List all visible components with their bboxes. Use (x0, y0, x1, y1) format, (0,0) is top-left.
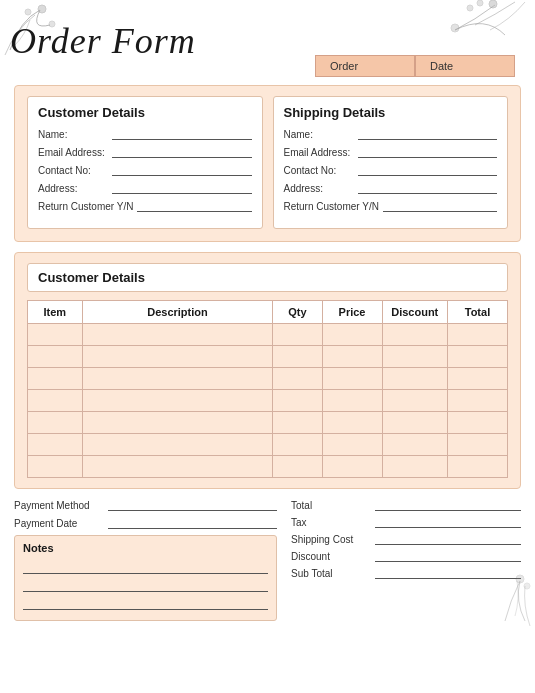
shipping-return-label: Return Customer Y/N (284, 201, 379, 212)
customer-address-line[interactable] (112, 182, 252, 194)
shipping-email-line[interactable] (358, 146, 498, 158)
customer-contact-row: Contact No: (38, 164, 252, 176)
floral-bottom-right-icon (475, 551, 535, 631)
shipping-cost-line[interactable] (375, 533, 521, 545)
shipping-cost-label: Shipping Cost (291, 534, 371, 545)
customer-contact-label: Contact No: (38, 165, 108, 176)
col-discount: Discount (382, 301, 447, 324)
tax-row: Tax (291, 516, 521, 528)
table-row[interactable] (28, 346, 508, 368)
col-total: Total (447, 301, 507, 324)
bottom-left: Payment Method Payment Date Notes (14, 499, 277, 621)
notes-line-3[interactable] (23, 596, 268, 610)
col-description: Description (82, 301, 273, 324)
payment-method-row: Payment Method (14, 499, 277, 511)
customer-name-line[interactable] (112, 128, 252, 140)
shipping-details-panel: Shipping Details Name: Email Address: Co… (273, 96, 509, 229)
shipping-contact-row: Contact No: (284, 164, 498, 176)
customer-details-panel: Customer Details Name: Email Address: Co… (27, 96, 263, 229)
bottom-right: Total Tax Shipping Cost Discount Sub Tot… (291, 499, 521, 621)
order-field[interactable]: Order (315, 55, 415, 77)
customer-name-row: Name: (38, 128, 252, 140)
total-row: Total (291, 499, 521, 511)
discount-label: Discount (291, 551, 371, 562)
svg-point-2 (25, 9, 31, 15)
customer-return-label: Return Customer Y/N (38, 201, 133, 212)
total-line[interactable] (375, 499, 521, 511)
table-row[interactable] (28, 456, 508, 478)
page-title: Order Form (10, 20, 196, 62)
order-section-title: Customer Details (27, 263, 508, 292)
shipping-name-row: Name: (284, 128, 498, 140)
shipping-email-label: Email Address: (284, 147, 354, 158)
shipping-contact-label: Contact No: (284, 165, 354, 176)
header: Order Form Order Date (0, 0, 535, 85)
svg-point-3 (489, 0, 497, 8)
payment-date-line[interactable] (108, 517, 277, 529)
payment-date-row: Payment Date (14, 517, 277, 529)
shipping-address-line[interactable] (358, 182, 498, 194)
svg-point-0 (38, 5, 46, 13)
notes-line-1[interactable] (23, 560, 268, 574)
table-row[interactable] (28, 412, 508, 434)
payment-method-line[interactable] (108, 499, 277, 511)
payment-date-label: Payment Date (14, 518, 104, 529)
customer-return-row: Return Customer Y/N (38, 200, 252, 212)
order-section: Customer Details Item Description Qty Pr… (14, 252, 521, 489)
svg-point-8 (524, 583, 530, 589)
shipping-address-row: Address: (284, 182, 498, 194)
tax-label: Tax (291, 517, 371, 528)
customer-address-label: Address: (38, 183, 108, 194)
notes-box: Notes (14, 535, 277, 621)
date-field[interactable]: Date (415, 55, 515, 77)
customer-email-label: Email Address: (38, 147, 108, 158)
customer-details-title: Customer Details (38, 105, 252, 120)
table-row[interactable] (28, 324, 508, 346)
tax-line[interactable] (375, 516, 521, 528)
table-row[interactable] (28, 434, 508, 456)
customer-address-row: Address: (38, 182, 252, 194)
subtotal-label: Sub Total (291, 568, 371, 579)
shipping-address-label: Address: (284, 183, 354, 194)
header-fields: Order Date (315, 55, 515, 77)
table-row[interactable] (28, 390, 508, 412)
shipping-name-line[interactable] (358, 128, 498, 140)
shipping-email-row: Email Address: (284, 146, 498, 158)
main-content: Customer Details Name: Email Address: Co… (0, 85, 535, 621)
notes-line-2[interactable] (23, 578, 268, 592)
customer-return-line[interactable] (137, 200, 251, 212)
customer-contact-line[interactable] (112, 164, 252, 176)
shipping-cost-row: Shipping Cost (291, 533, 521, 545)
top-section: Customer Details Name: Email Address: Co… (14, 85, 521, 242)
col-price: Price (322, 301, 382, 324)
col-qty: Qty (273, 301, 322, 324)
customer-email-row: Email Address: (38, 146, 252, 158)
shipping-name-label: Name: (284, 129, 354, 140)
shipping-return-line[interactable] (383, 200, 497, 212)
shipping-return-row: Return Customer Y/N (284, 200, 498, 212)
svg-point-4 (477, 0, 483, 6)
shipping-details-title: Shipping Details (284, 105, 498, 120)
payment-method-label: Payment Method (14, 500, 104, 511)
svg-point-6 (451, 24, 459, 32)
svg-point-5 (467, 5, 473, 11)
order-table: Item Description Qty Price Discount Tota… (27, 300, 508, 478)
floral-top-right-icon (415, 0, 535, 55)
total-label: Total (291, 500, 371, 511)
table-row[interactable] (28, 368, 508, 390)
customer-name-label: Name: (38, 129, 108, 140)
customer-email-line[interactable] (112, 146, 252, 158)
notes-title: Notes (23, 542, 268, 554)
shipping-contact-line[interactable] (358, 164, 498, 176)
col-item: Item (28, 301, 83, 324)
bottom-section: Payment Method Payment Date Notes Total … (14, 499, 521, 621)
